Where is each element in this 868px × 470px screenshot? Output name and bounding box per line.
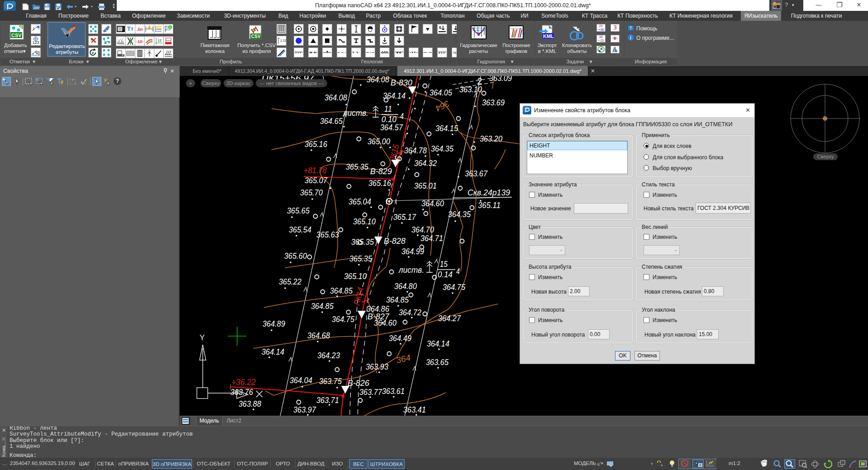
svg-text:CSV: CSV bbox=[251, 34, 261, 39]
svg-text:364.75: 364.75 bbox=[443, 282, 465, 292]
svg-text:363.71: 363.71 bbox=[316, 395, 339, 405]
svg-text:363.88: 363.88 bbox=[238, 399, 261, 408]
svg-text:363.93: 363.93 bbox=[366, 362, 388, 371]
svg-text:363.41: 363.41 bbox=[403, 405, 426, 414]
svg-text:364.65: 364.65 bbox=[320, 116, 343, 126]
svg-text:В-828: В-828 bbox=[384, 236, 405, 246]
svg-text:364.99: 364.99 bbox=[401, 247, 424, 256]
svg-text:365.10: 365.10 bbox=[353, 217, 376, 226]
svg-text:+36.22: +36.22 bbox=[231, 377, 256, 387]
svg-text:364.35: 364.35 bbox=[448, 209, 471, 219]
svg-text:365.01: 365.01 bbox=[414, 181, 437, 190]
svg-text:4: 4 bbox=[400, 111, 404, 121]
svg-text:365.60: 365.60 bbox=[284, 251, 307, 261]
svg-text:364.15: 364.15 bbox=[435, 123, 458, 133]
svg-text:C: C bbox=[148, 49, 151, 52]
svg-text:123: 123 bbox=[33, 40, 39, 45]
svg-text:364.60: 364.60 bbox=[374, 318, 396, 328]
svg-text:364.89: 364.89 bbox=[262, 319, 285, 328]
svg-text:ПК14: ПК14 bbox=[352, 286, 366, 306]
svg-text:0.14: 0.14 bbox=[438, 270, 453, 279]
svg-text:листв.: листв. bbox=[398, 265, 424, 275]
svg-text:365.22: 365.22 bbox=[279, 277, 301, 286]
svg-text:В-826: В-826 bbox=[348, 378, 369, 388]
svg-text:363.97: 363.97 bbox=[293, 405, 316, 414]
svg-text:364.32: 364.32 bbox=[414, 158, 437, 168]
svg-text:363.61: 363.61 bbox=[382, 386, 405, 396]
svg-text:Y: Y bbox=[200, 333, 205, 342]
svg-text:363.10: 363.10 bbox=[459, 85, 482, 94]
svg-text:364.78: 364.78 bbox=[404, 146, 427, 155]
svg-text:В-830: В-830 bbox=[391, 78, 412, 87]
svg-text:364.70: 364.70 bbox=[411, 225, 434, 234]
svg-text:365.17: 365.17 bbox=[393, 212, 416, 222]
svg-text:KML: KML bbox=[543, 33, 554, 39]
svg-text:364.80: 364.80 bbox=[394, 281, 417, 291]
svg-text:364.23: 364.23 bbox=[317, 351, 340, 360]
svg-text:5: 5 bbox=[439, 25, 441, 30]
svg-text:365.70: 365.70 bbox=[300, 188, 323, 197]
svg-text:листв.: листв. bbox=[343, 108, 368, 118]
svg-text:364.27: 364.27 bbox=[438, 313, 461, 323]
svg-text:364.49: 364.49 bbox=[389, 333, 411, 343]
svg-text:364.14: 364.14 bbox=[262, 347, 284, 356]
svg-text:365.54: 365.54 bbox=[289, 225, 311, 234]
svg-text:363.09: 363.09 bbox=[489, 76, 512, 83]
svg-text:1: 1 bbox=[33, 27, 35, 31]
svg-text:?: ? bbox=[629, 26, 632, 31]
svg-text:364.57: 364.57 bbox=[380, 123, 403, 132]
svg-text:365.04: 365.04 bbox=[348, 197, 371, 206]
svg-text:364.05: 364.05 bbox=[429, 88, 452, 97]
svg-text:364.60: 364.60 bbox=[421, 199, 444, 208]
svg-text:365.07: 365.07 bbox=[305, 176, 328, 185]
svg-text:364.14: 364.14 bbox=[383, 91, 405, 100]
svg-text:365.63: 365.63 bbox=[316, 230, 339, 239]
svg-text:365.11: 365.11 bbox=[478, 200, 501, 210]
svg-text:365.00: 365.00 bbox=[367, 137, 390, 146]
svg-text:CSV: CSV bbox=[11, 33, 22, 38]
svg-text:364.85: 364.85 bbox=[386, 295, 409, 304]
svg-text:364.08: 364.08 bbox=[324, 93, 347, 102]
svg-text:363.77: 363.77 bbox=[359, 387, 382, 397]
svg-text:364.04: 364.04 bbox=[290, 375, 312, 385]
svg-text:365.35: 365.35 bbox=[349, 254, 372, 263]
svg-text:365.35: 365.35 bbox=[351, 237, 374, 247]
svg-text:364.35: 364.35 bbox=[431, 144, 453, 153]
svg-text:365.16: 365.16 bbox=[368, 178, 391, 188]
svg-text:364.08: 364.08 bbox=[367, 76, 389, 84]
svg-text:11: 11 bbox=[384, 104, 392, 114]
svg-text:1.11: 1.11 bbox=[280, 38, 286, 43]
svg-text:363.75: 363.75 bbox=[319, 376, 342, 386]
svg-text:363.20: 363.20 bbox=[480, 134, 502, 143]
svg-text:363.65: 363.65 bbox=[426, 357, 448, 367]
svg-text:365.16: 365.16 bbox=[305, 139, 327, 149]
svg-text:364.85: 364.85 bbox=[311, 301, 334, 311]
svg-text:364.75: 364.75 bbox=[332, 314, 354, 324]
svg-text:15: 15 bbox=[440, 259, 448, 269]
svg-text:364.85: 364.85 bbox=[330, 286, 353, 295]
svg-text:363.67: 363.67 bbox=[465, 169, 488, 178]
svg-text:4: 4 bbox=[456, 266, 460, 276]
svg-text:363.69: 363.69 bbox=[482, 98, 505, 107]
svg-text:i: i bbox=[630, 35, 631, 40]
svg-text:364.71: 364.71 bbox=[420, 233, 443, 243]
svg-text:364: 364 bbox=[434, 99, 451, 113]
svg-text:+81.78: +81.78 bbox=[304, 166, 327, 175]
svg-text:364.72: 364.72 bbox=[399, 308, 421, 317]
svg-text:365.65: 365.65 bbox=[287, 206, 310, 215]
svg-text:365.10: 365.10 bbox=[344, 271, 367, 281]
svg-text:364.14: 364.14 bbox=[427, 339, 449, 348]
svg-text:12: 12 bbox=[157, 38, 162, 43]
svg-text:Скв.24р139: Скв.24р139 bbox=[467, 188, 510, 197]
svg-text:В-829: В-829 bbox=[370, 166, 392, 176]
svg-text:364: 364 bbox=[395, 353, 411, 365]
svg-text:364.68: 364.68 bbox=[307, 331, 330, 340]
svg-text:365.35: 365.35 bbox=[346, 162, 368, 171]
